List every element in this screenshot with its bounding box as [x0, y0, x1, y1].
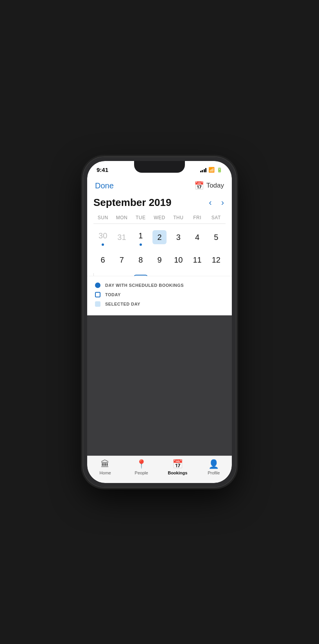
cal-cell[interactable]: 19	[207, 271, 226, 276]
day-number: 16	[152, 275, 167, 276]
day-number: 31	[115, 230, 129, 244]
cal-cell[interactable]: 8	[131, 249, 150, 271]
booking-dot	[140, 243, 142, 246]
calendar-grid: 3031123456789101112131415161718192021222…	[93, 225, 226, 276]
day-number: 13	[96, 275, 110, 276]
tab-profile[interactable]: 👤Profile	[196, 459, 232, 475]
day-number: 1	[134, 229, 148, 243]
cal-cell[interactable]: 17	[169, 271, 188, 276]
day-header-sat: SAT	[207, 215, 226, 220]
notch	[134, 161, 185, 173]
tab-home[interactable]: 🏛Home	[87, 459, 124, 475]
cal-cell[interactable]: 12	[207, 249, 226, 271]
day-number: 12	[209, 253, 223, 267]
tab-bookings[interactable]: 📅Bookings	[160, 459, 196, 475]
home-tab-icon: 🏛	[101, 459, 109, 469]
today-box-icon	[95, 292, 100, 297]
calendar-icon: 📅	[194, 181, 204, 190]
next-month-button[interactable]: ›	[220, 198, 226, 208]
cal-cell[interactable]: 30	[93, 225, 112, 249]
cal-cell[interactable]: 9	[150, 249, 169, 271]
profile-tab-label: Profile	[208, 470, 220, 475]
screen: 9:41 📶 🔋 Done 📅 Today	[87, 161, 232, 483]
today-legend-label: TODAY	[105, 292, 121, 297]
cal-cell[interactable]: 1	[131, 225, 150, 249]
phone-shell: 9:41 📶 🔋 Done 📅 Today	[83, 157, 236, 487]
cal-cell[interactable]: 7	[112, 249, 131, 271]
day-number: 15	[134, 275, 148, 276]
cal-cell[interactable]: 2	[150, 225, 169, 249]
day-number: 14	[115, 275, 129, 276]
day-number: 17	[171, 275, 185, 276]
month-header: September 2019 ‹ ›	[93, 193, 226, 215]
day-headers: SUNMONTUEWEDTHUFRISAT	[93, 215, 226, 224]
day-header-fri: FRI	[188, 215, 206, 220]
day-number: 9	[152, 253, 167, 267]
legend-section: DAY WITH SCHEDULED BOOKINGS TODAY SELECT…	[87, 276, 232, 315]
done-button[interactable]: Done	[95, 181, 114, 190]
day-number: 19	[209, 275, 223, 276]
today-label: Today	[206, 182, 224, 190]
cal-cell[interactable]: 31	[112, 225, 131, 249]
day-number: 10	[171, 253, 185, 267]
day-header-sun: SUN	[93, 215, 112, 220]
bookings-tab-label: Bookings	[168, 470, 187, 475]
day-number: 7	[115, 253, 129, 267]
bookings-tab-icon: 📅	[172, 459, 183, 469]
calendar-section: September 2019 ‹ › SUNMONTUEWEDTHUFRISAT…	[87, 193, 232, 276]
signal-icon	[200, 168, 207, 172]
cal-cell[interactable]: 14	[112, 271, 131, 276]
booking-dot-icon	[95, 283, 100, 288]
cal-cell[interactable]: 18	[188, 271, 206, 276]
legend-selected: SELECTED DAY	[95, 301, 224, 307]
home-tab-label: Home	[100, 470, 111, 475]
booking-legend-label: DAY WITH SCHEDULED BOOKINGS	[105, 283, 184, 288]
prev-month-button[interactable]: ‹	[207, 198, 213, 208]
cal-cell[interactable]: 15	[131, 271, 150, 276]
tab-bar: 🏛Home📍People📅Bookings👤Profile	[87, 456, 232, 483]
day-header-mon: MON	[112, 215, 131, 220]
gray-background	[87, 315, 232, 456]
day-header-wed: WED	[150, 215, 169, 220]
day-number: 4	[190, 230, 204, 244]
day-header-thu: THU	[169, 215, 188, 220]
cal-cell[interactable]: 13	[93, 271, 112, 276]
wifi-icon: 📶	[208, 167, 215, 173]
battery-icon: 🔋	[217, 167, 222, 173]
modal-content: Done 📅 Today September 2019 ‹ › SUNMONTU…	[87, 175, 232, 315]
tab-people[interactable]: 📍People	[124, 459, 160, 475]
today-button[interactable]: 📅 Today	[194, 181, 224, 190]
selected-box-icon	[95, 301, 100, 307]
day-number: 8	[134, 253, 148, 267]
day-header-tue: TUE	[131, 215, 150, 220]
people-tab-label: People	[135, 470, 148, 475]
cal-cell[interactable]: 4	[188, 225, 206, 249]
day-number: 2	[152, 230, 167, 244]
day-number: 3	[171, 230, 185, 244]
status-icons: 📶 🔋	[200, 167, 223, 173]
legend-today: TODAY	[95, 292, 224, 297]
cal-cell[interactable]: 6	[93, 249, 112, 271]
day-number: 18	[190, 275, 204, 276]
legend-booking: DAY WITH SCHEDULED BOOKINGS	[95, 283, 224, 288]
cal-cell[interactable]: 10	[169, 249, 188, 271]
people-tab-icon: 📍	[136, 459, 147, 469]
cal-cell[interactable]: 11	[188, 249, 206, 271]
cal-cell[interactable]: 5	[207, 225, 226, 249]
day-number: 5	[209, 230, 223, 244]
cal-cell[interactable]: 3	[169, 225, 188, 249]
day-number: 6	[96, 253, 110, 267]
booking-dot	[102, 243, 104, 246]
day-number: 11	[190, 253, 204, 267]
profile-tab-icon: 👤	[208, 459, 219, 469]
cal-cell[interactable]: 16	[150, 271, 169, 276]
modal-header: Done 📅 Today	[87, 175, 232, 193]
day-number: 30	[96, 229, 110, 243]
nav-arrows: ‹ ›	[207, 198, 226, 208]
selected-legend-label: SELECTED DAY	[105, 302, 140, 306]
status-time: 9:41	[97, 166, 108, 173]
month-title: September 2019	[93, 197, 171, 209]
